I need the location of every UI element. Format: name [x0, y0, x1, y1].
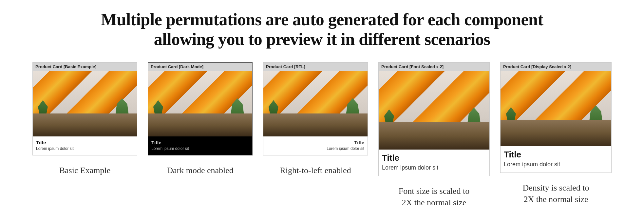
card-title-font-scaled: Title	[382, 153, 486, 163]
hammock-illustration-font-scaled	[379, 71, 489, 150]
card-rtl: Product Card [RTL] Title Lorem ipsum dol…	[263, 62, 368, 176]
caption-font-scaled: Font size is scaled to2X the normal size	[399, 185, 470, 208]
card-display-scaled: Product Card [Display Scaled x 2] Title …	[500, 62, 612, 205]
plant-right-basic	[116, 98, 129, 118]
product-card-basic: Product Card [Basic Example] Title Lorem…	[32, 62, 137, 156]
card-body-rtl: Title Lorem ipsum dolor sit	[263, 136, 368, 155]
card-image-rtl	[263, 71, 368, 136]
page-wrapper: Multiple permutations are auto generated…	[0, 0, 644, 224]
main-heading: Multiple permutations are auto generated…	[13, 10, 631, 49]
card-title-dark: Title	[151, 140, 249, 145]
card-header-display-scaled: Product Card [Display Scaled x 2]	[501, 63, 611, 71]
plant-right-font-scaled	[467, 108, 481, 127]
plant-left-dark	[153, 100, 163, 117]
card-title-basic: Title	[36, 140, 134, 145]
card-desc-display-scaled: Lorem ipsum dolor sit	[504, 160, 608, 169]
plant-left-rtl	[269, 100, 278, 117]
card-basic-example: Product Card [Basic Example] Title Lorem…	[32, 62, 137, 176]
plant-left-display-scaled	[506, 107, 516, 124]
card-desc-rtl: Lorem ipsum dolor sit	[267, 146, 364, 152]
card-image-dark	[148, 71, 252, 136]
card-image-display-scaled	[501, 71, 611, 146]
caption-rtl: Right-to-left enabled	[280, 165, 351, 176]
card-dark-mode: Product Card [Dark Mode] Title Lorem ips…	[148, 62, 253, 176]
card-header-font-scaled: Product Card [Font Scaled x 2]	[379, 63, 489, 71]
plant-left-basic	[38, 100, 48, 117]
product-card-rtl: Product Card [RTL] Title Lorem ipsum dol…	[263, 62, 368, 156]
hammock-illustration-dark	[148, 71, 252, 136]
card-font-scaled: Product Card [Font Scaled x 2] Title Lor…	[378, 62, 490, 208]
card-desc-dark: Lorem ipsum dolor sit	[151, 146, 249, 152]
caption-basic: Basic Example	[59, 165, 111, 176]
hammock-illustration-display-scaled	[501, 71, 611, 146]
caption-display-scaled: Density is scaled to2X the normal size	[523, 182, 589, 205]
card-header-rtl: Product Card [RTL]	[263, 63, 368, 71]
card-desc-basic: Lorem ipsum dolor sit	[36, 146, 134, 152]
card-body-display-scaled: Title Lorem ipsum dolor sit	[501, 146, 611, 173]
plant-right-dark	[231, 98, 244, 118]
card-body-dark: Title Lorem ipsum dolor sit	[148, 136, 252, 155]
product-card-dark: Product Card [Dark Mode] Title Lorem ips…	[148, 62, 253, 156]
plant-right-rtl	[346, 98, 359, 118]
card-header-dark: Product Card [Dark Mode]	[148, 63, 252, 71]
cards-row: Product Card [Basic Example] Title Lorem…	[13, 62, 631, 208]
card-image-basic	[33, 71, 137, 136]
product-card-font-scaled: Product Card [Font Scaled x 2] Title Lor…	[378, 62, 490, 176]
hammock-illustration-rtl	[263, 71, 368, 136]
caption-dark: Dark mode enabled	[167, 165, 234, 176]
card-title-rtl: Title	[267, 140, 364, 145]
product-card-display-scaled: Product Card [Display Scaled x 2] Title …	[500, 62, 612, 173]
card-body-basic: Title Lorem ipsum dolor sit	[33, 136, 137, 155]
plant-right-display-scaled	[589, 105, 602, 125]
card-image-font-scaled	[379, 71, 489, 150]
hammock-illustration-basic	[33, 71, 137, 136]
card-body-font-scaled: Title Lorem ipsum dolor sit	[379, 150, 489, 176]
card-title-display-scaled: Title	[504, 150, 608, 160]
card-header-basic: Product Card [Basic Example]	[33, 63, 137, 71]
plant-left-font-scaled	[384, 110, 394, 126]
card-desc-font-scaled: Lorem ipsum dolor sit	[382, 164, 486, 172]
